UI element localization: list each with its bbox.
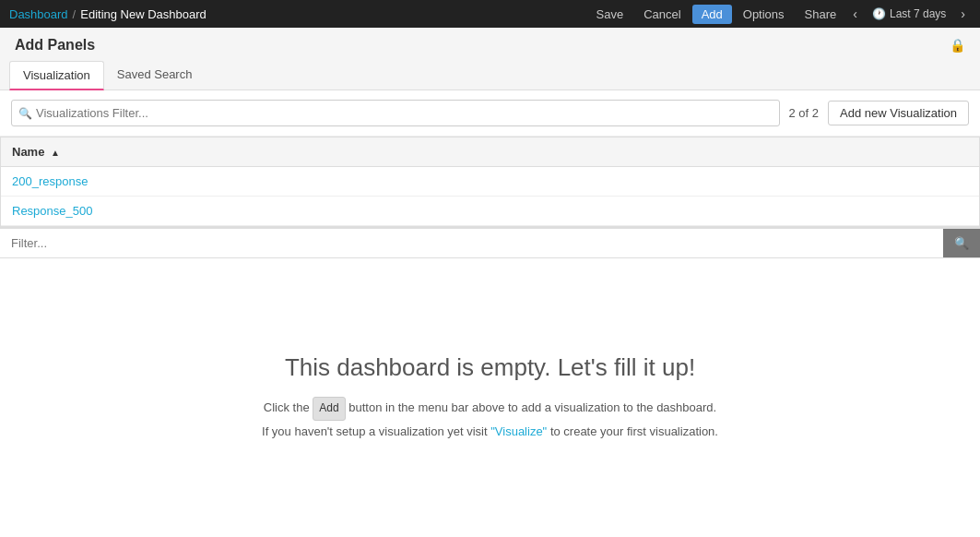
filter-input-wrap: 🔍: [11, 100, 780, 126]
empty-state-title: This dashboard is empty. Let's fill it u…: [285, 353, 695, 382]
prev-arrow[interactable]: ‹: [847, 4, 863, 24]
table-row: Response_500: [1, 197, 979, 226]
search-icon: 🔍: [18, 107, 32, 120]
table-row: 200_response: [1, 167, 979, 197]
time-label: Last 7 days: [890, 7, 946, 20]
lock-icon[interactable]: 🔒: [950, 38, 965, 53]
share-button[interactable]: Share: [796, 5, 846, 24]
visualization-table: Name ▲ 200_responseResponse_500: [1, 137, 979, 226]
empty-state-description: Click the Add button in the menu bar abo…: [262, 397, 718, 442]
options-button[interactable]: Options: [734, 5, 794, 24]
save-button[interactable]: Save: [587, 5, 633, 24]
empty-state: This dashboard is empty. Let's fill it u…: [0, 258, 980, 537]
clock-icon: 🕐: [872, 7, 886, 20]
current-page-title: Editing New Dashboard: [80, 7, 207, 21]
name-column-label: Name: [12, 145, 44, 159]
tab-saved-search[interactable]: Saved Search: [104, 61, 206, 90]
visualization-filter-row: 🔍 2 of 2 Add new Visualization: [0, 90, 980, 137]
bottom-section: 🔍 This dashboard is empty. Let's fill it…: [0, 228, 980, 537]
content-wrapper: Add Panels 🔒 Visualization Saved Search …: [0, 28, 980, 537]
breadcrumb-separator: /: [73, 7, 77, 21]
dashboard-link[interactable]: Dashboard: [9, 7, 68, 21]
visualization-list-panel: Name ▲ 200_responseResponse_500: [0, 137, 980, 227]
bottom-search-button[interactable]: 🔍: [943, 229, 980, 257]
empty-state-line1: Click the Add button in the menu bar abo…: [262, 397, 718, 421]
visualize-link[interactable]: "Visualize": [490, 424, 547, 438]
empty-state-line2: If you haven't setup a visualization yet…: [262, 421, 718, 442]
line1-prefix: Click the: [264, 400, 310, 414]
visualization-rows: 200_responseResponse_500: [1, 167, 979, 226]
list-item: 200_response: [1, 167, 979, 197]
list-item: Response_500: [1, 197, 979, 226]
visualization-link[interactable]: Response_500: [12, 204, 92, 218]
add-badge: Add: [313, 397, 345, 421]
count-label: 2 of 2: [789, 106, 820, 120]
bottom-filter-input[interactable]: [0, 229, 943, 257]
nav-actions: Save Cancel Add Options Share ‹ 🕐 Last 7…: [587, 4, 971, 24]
add-new-visualization-button[interactable]: Add new Visualization: [828, 101, 969, 125]
line2-prefix: If you haven't setup a visualization yet…: [262, 424, 488, 438]
add-panels-section: Add Panels 🔒 Visualization Saved Search …: [0, 28, 980, 228]
next-arrow[interactable]: ›: [955, 4, 971, 24]
add-panels-header: Add Panels 🔒: [0, 28, 980, 61]
line1-suffix: button in the menu bar above to add a vi…: [348, 400, 716, 414]
line2-suffix: to create your first visualization.: [550, 424, 718, 438]
time-filter[interactable]: 🕐 Last 7 days: [865, 5, 953, 23]
cancel-button[interactable]: Cancel: [634, 5, 690, 24]
name-column-header[interactable]: Name ▲: [1, 137, 979, 167]
sort-arrow: ▲: [51, 148, 60, 158]
search-button-icon: 🔍: [954, 236, 969, 250]
visualizations-filter-input[interactable]: [11, 100, 780, 126]
tab-visualization[interactable]: Visualization: [9, 61, 104, 90]
visualization-link[interactable]: 200_response: [12, 174, 88, 188]
add-button[interactable]: Add: [692, 5, 732, 24]
add-panels-title: Add Panels: [15, 37, 950, 54]
panel-tabs: Visualization Saved Search: [0, 61, 980, 90]
breadcrumb: Dashboard / Editing New Dashboard: [9, 7, 587, 21]
top-navigation-bar: Dashboard / Editing New Dashboard Save C…: [0, 0, 980, 28]
bottom-filter-bar: 🔍: [0, 228, 980, 258]
